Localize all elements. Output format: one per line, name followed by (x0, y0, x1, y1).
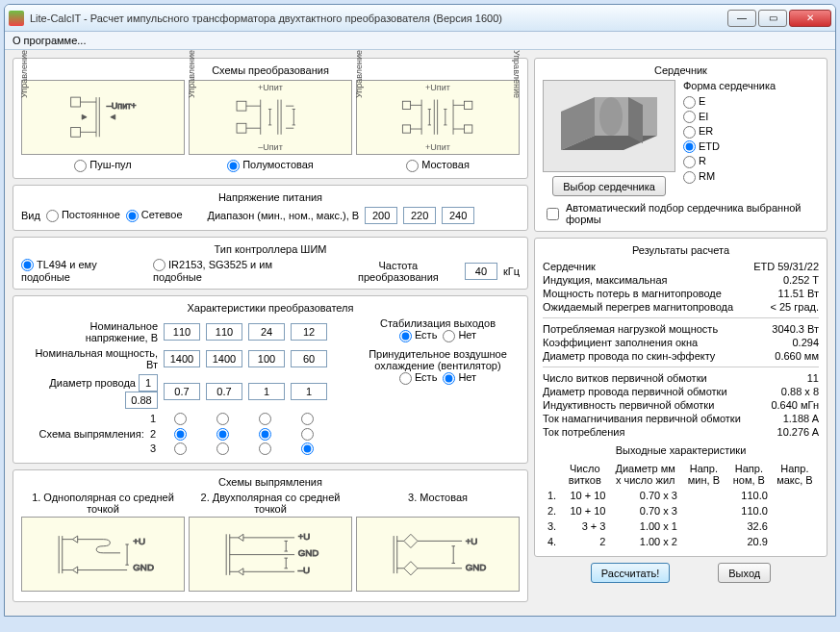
supply-kind-label: Вид (21, 210, 40, 221)
minimize-button[interactable]: — (727, 10, 756, 27)
svg-text:GND: GND (297, 547, 318, 558)
cooling-title: Принудительное воздушное охлаждение (вен… (356, 348, 520, 371)
supply-ac-radio[interactable]: Сетевое (126, 209, 183, 222)
result-row: СердечникETD 59/31/22 (543, 260, 819, 273)
auto-core-checkbox[interactable] (547, 208, 559, 220)
calculate-button[interactable]: Рассчитать! (591, 563, 670, 583)
svg-text:GND: GND (465, 561, 486, 571)
p2-input[interactable] (206, 350, 242, 367)
rect-r3c2[interactable] (216, 442, 229, 455)
core-image (543, 80, 675, 172)
svg-point-16 (599, 97, 623, 136)
core-ei-radio[interactable]: EI (683, 111, 776, 124)
d2-input[interactable] (206, 383, 242, 400)
output-row: 2.10 + 100.70 x 3110.0 (545, 504, 817, 518)
char-table: Номинальное напряжение, В Номинальная мо… (21, 317, 331, 457)
result-row: Ток потребления10.276 A (543, 425, 819, 439)
rect3-label: 3. Мостовая (356, 492, 520, 517)
svg-text:GND: GND (133, 561, 154, 571)
results-title: Результаты расчета (543, 244, 819, 256)
rect-r3c4[interactable] (301, 442, 314, 455)
svg-text:–Uпит+: –Uпит+ (107, 102, 137, 112)
supply-max-input[interactable] (442, 207, 474, 224)
rect-r1c2[interactable] (216, 413, 229, 425)
d4-input[interactable] (291, 383, 327, 400)
pwm-ir2153-radio[interactable]: IR2153, SG3525 и им подобные (153, 259, 322, 284)
maximize-button[interactable]: ▭ (758, 10, 787, 27)
core-r-radio[interactable]: R (683, 155, 776, 168)
panel-characteristics: Характеристики преобразователя Номинальн… (13, 295, 528, 464)
output-table: Число витковДиаметр мм x число жилНапр. … (543, 460, 819, 550)
rect-r3c1[interactable] (174, 442, 187, 455)
svg-rect-6 (403, 125, 411, 133)
output-row: 4.21.00 x 220.9 (545, 535, 817, 548)
rect-r1c1[interactable] (174, 413, 187, 425)
title-bar[interactable]: Lite-CalcIT - Расчет импульсного трансфо… (5, 5, 835, 32)
d3-input[interactable] (248, 383, 285, 400)
svg-rect-1 (71, 128, 81, 138)
core-er-radio[interactable]: ER (683, 125, 776, 139)
rect-r2c3[interactable] (259, 428, 271, 441)
rect2-image: +UGND–U (189, 517, 352, 592)
cooling-no-radio[interactable]: Нет (443, 371, 476, 385)
core-e-radio[interactable]: E (683, 95, 776, 109)
pwm-tl494-radio[interactable]: TL494 и ему подобные (21, 259, 147, 284)
supply-nom-input[interactable] (403, 207, 436, 224)
scheme-pushpull-image: Управление –Uпит+ (21, 80, 185, 155)
v1-input[interactable] (164, 323, 200, 341)
pwm-title: Тип контроллера ШИМ (21, 243, 520, 255)
supply-dc-radio[interactable]: Постоянное (46, 209, 120, 222)
primary-wire-n[interactable] (139, 374, 158, 392)
v2-input[interactable] (206, 323, 242, 341)
svg-rect-0 (71, 97, 81, 107)
supply-min-input[interactable] (365, 207, 397, 224)
stab-no-radio[interactable]: Нет (443, 329, 476, 342)
pwm-freq-input[interactable] (465, 263, 497, 280)
panel-rect-schemes: Схемы выпрямления 1. Однополярная со сре… (13, 469, 528, 602)
close-button[interactable]: ✕ (789, 10, 831, 27)
rect-r1c3[interactable] (259, 413, 271, 425)
scheme-bridge-image: Управление Управление +Uпит +Uпит (356, 80, 520, 155)
p3-input[interactable] (248, 350, 285, 367)
p1-input[interactable] (164, 350, 200, 367)
result-row: Индукция, максимальная0.252 T (543, 273, 819, 287)
panel-pwm: Тип контроллера ШИМ TL494 и ему подобные… (13, 237, 528, 291)
result-row: Ток намагничивания первичной обмотки1.18… (543, 412, 819, 425)
pwm-freq-unit: кГц (503, 265, 520, 277)
cooling-yes-radio[interactable]: Есть (399, 371, 437, 385)
panel-results: Результаты расчета СердечникETD 59/31/22… (534, 238, 827, 557)
panel-schemes: Схемы преобразования Управление –Uпит+ П… (13, 58, 528, 179)
menu-about[interactable]: О программе... (13, 35, 86, 46)
exit-button[interactable]: Выход (718, 563, 771, 583)
svg-rect-3 (237, 102, 246, 112)
rect-title: Схемы выпрямления (21, 476, 520, 488)
scheme-halfbridge-image: Управление +Uпит –Uпит (189, 80, 352, 155)
core-rm-radio[interactable]: RM (683, 170, 776, 184)
result-row: Диаметр провода по скин-эффекту0.660 мм (543, 349, 819, 363)
result-row: Коэффициент заполнения окна0.294 (543, 336, 819, 349)
rect-r2c4[interactable] (301, 428, 314, 441)
pwm-freq-label: Частота преобразования (338, 260, 459, 283)
rect-r3c3[interactable] (259, 442, 271, 455)
primary-wire-d[interactable] (125, 392, 158, 409)
panel-supply: Напряжение питания Вид Постоянное Сетево… (13, 185, 528, 231)
rect-r1c4[interactable] (301, 413, 314, 425)
svg-rect-8 (465, 125, 472, 133)
v4-input[interactable] (291, 323, 327, 341)
v3-input[interactable] (248, 323, 285, 341)
svg-rect-7 (465, 102, 472, 110)
stab-yes-radio[interactable]: Есть (399, 329, 437, 342)
supply-range-label: Диапазон (мин., ном., макс.), В (208, 210, 360, 221)
rect-r2c1[interactable] (174, 428, 187, 441)
char-title: Характеристики преобразователя (21, 302, 520, 314)
scheme-pushpull-radio[interactable]: Пуш-пул (74, 159, 132, 170)
d1-input[interactable] (164, 383, 200, 400)
scheme-bridge-radio[interactable]: Мостовая (406, 159, 470, 170)
schemes-title: Схемы преобразования (21, 64, 520, 76)
app-window: Lite-CalcIT - Расчет импульсного трансфо… (4, 4, 836, 617)
rect-r2c2[interactable] (216, 428, 229, 441)
core-etd-radio[interactable]: ETD (683, 140, 776, 154)
p4-input[interactable] (291, 350, 327, 367)
choose-core-button[interactable]: Выбор сердечника (552, 176, 666, 196)
scheme-halfbridge-radio[interactable]: Полумостовая (227, 159, 314, 170)
